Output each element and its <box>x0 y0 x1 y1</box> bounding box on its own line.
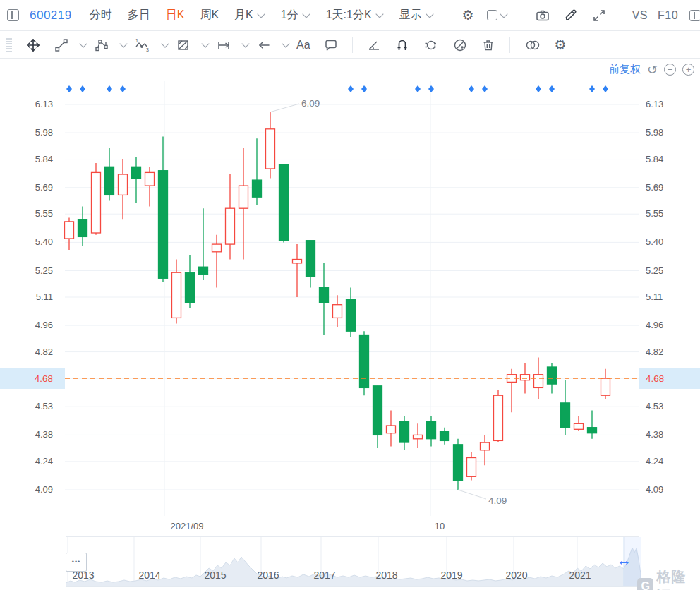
delete-drawings-icon[interactable] <box>481 37 496 53</box>
adjust-controls: 前复权 ↺ − + <box>609 63 694 76</box>
vs-button[interactable]: VS <box>632 9 648 22</box>
magnet-tool-icon[interactable] <box>394 37 410 53</box>
navigator-more-button[interactable]: ••• <box>66 553 87 572</box>
candle <box>65 218 74 251</box>
measure-tool-icon[interactable] <box>216 37 231 53</box>
y-tick-label: 4.96 <box>0 319 53 332</box>
trendline-tool-icon[interactable] <box>54 37 69 53</box>
event-marker-icon[interactable] <box>549 85 555 92</box>
undo-icon[interactable]: ↺ <box>647 64 658 76</box>
period-tab-日K[interactable]: 日K <box>166 8 185 23</box>
y-tick-label: 5.84 <box>0 153 53 166</box>
candle <box>494 390 503 442</box>
candle <box>588 411 597 439</box>
path-tool-icon[interactable] <box>94 37 109 53</box>
period-tab-分时[interactable]: 分时 <box>90 8 112 23</box>
zoom-in-icon[interactable]: + <box>682 64 694 76</box>
event-marker-icon[interactable] <box>428 85 434 92</box>
candle <box>333 295 342 327</box>
y-tick-label: 4.53 <box>0 400 53 413</box>
event-marker-icon[interactable] <box>80 85 85 92</box>
current-price-label: 4.68 <box>639 368 700 389</box>
candle <box>440 428 449 445</box>
event-marker-icon[interactable] <box>415 85 421 92</box>
y-tick-label: 4.24 <box>646 455 688 468</box>
panel-toggle-icon[interactable] <box>689 10 700 21</box>
event-marker-icon[interactable] <box>469 85 474 92</box>
f10-button[interactable]: F10 <box>658 9 678 22</box>
y-tick-label: 4.82 <box>0 346 53 359</box>
hide-drawings-icon[interactable] <box>452 37 468 53</box>
elliott-wave-tool-icon[interactable]: 13 <box>134 37 151 53</box>
candle <box>105 148 114 201</box>
annotation-line <box>270 104 299 112</box>
navigator-resize-handle[interactable]: ↔ <box>617 552 632 569</box>
period-tab-月K[interactable]: 月K <box>234 8 265 23</box>
candle <box>507 369 517 413</box>
pattern-tool-icon[interactable] <box>176 37 191 53</box>
forward-adjust-button[interactable]: 前复权 <box>609 63 641 76</box>
comment-tool-icon[interactable] <box>323 37 339 53</box>
candle <box>78 207 88 246</box>
angle-tool-icon[interactable] <box>366 37 382 53</box>
chevron-down-icon[interactable] <box>282 40 289 47</box>
divider <box>352 37 353 53</box>
pencil-icon[interactable] <box>563 8 579 23</box>
layout-select[interactable] <box>487 10 508 20</box>
event-marker-icon[interactable] <box>66 85 72 92</box>
event-marker-icon[interactable] <box>603 85 608 92</box>
navigator-year-label: 2020 <box>495 570 538 581</box>
y-tick-label: 5.11 <box>0 291 53 303</box>
y-tick-label: 4.96 <box>646 319 688 332</box>
navigator-year-label: 2018 <box>366 570 408 581</box>
object-tree-icon[interactable] <box>524 37 542 53</box>
drag-handle-icon[interactable] <box>6 38 12 52</box>
y-tick-label: 5.98 <box>0 126 53 139</box>
fullscreen-icon[interactable] <box>591 8 607 23</box>
chevron-down-icon <box>302 10 310 18</box>
candle <box>574 416 584 431</box>
event-marker-icon[interactable] <box>589 85 595 92</box>
text-tool[interactable]: Aa <box>296 39 310 52</box>
chevron-down-icon <box>375 10 383 18</box>
chart-layout-icon[interactable] <box>7 9 19 21</box>
event-marker-icon[interactable] <box>348 85 354 92</box>
symbol-code[interactable]: 600219 <box>30 8 72 23</box>
camera-icon[interactable] <box>535 8 550 23</box>
period-tab-多日[interactable]: 多日 <box>128 8 150 23</box>
event-marker-icon[interactable] <box>482 85 488 92</box>
event-marker-icon[interactable] <box>361 85 367 92</box>
arrow-tool-icon[interactable] <box>256 37 272 53</box>
drawing-settings-gear-icon[interactable]: ⚙ <box>555 38 567 52</box>
y-tick-label: 5.98 <box>646 126 688 139</box>
chevron-down-icon[interactable] <box>201 40 209 47</box>
event-marker-icon[interactable] <box>107 85 112 92</box>
chevron-down-icon[interactable] <box>119 40 127 47</box>
move-tool-icon[interactable] <box>25 37 41 53</box>
candle <box>145 167 155 206</box>
candle <box>226 174 235 260</box>
period-tab-周K[interactable]: 周K <box>200 8 219 23</box>
event-marker-icon[interactable] <box>120 85 126 92</box>
period-tabs: 分时多日日K周K月K1分 <box>82 8 318 23</box>
candle <box>346 288 356 337</box>
interval-select[interactable]: 1天:1分K <box>326 8 384 23</box>
settings-gear-icon[interactable]: ⚙ <box>462 8 474 22</box>
period-tab-1分[interactable]: 1分 <box>281 8 310 23</box>
display-label: 显示 <box>399 8 422 23</box>
chevron-down-icon <box>426 10 433 18</box>
y-tick-label: 4.09 <box>0 483 53 496</box>
zoom-out-icon[interactable]: − <box>664 64 676 76</box>
stay-in-drawing-mode-icon[interactable] <box>423 37 440 53</box>
event-marker-icon[interactable] <box>536 85 541 92</box>
chevron-down-icon[interactable] <box>161 40 169 47</box>
gelonghui-watermark: G 格隆汇 <box>637 567 700 590</box>
navigator-year-label: 2017 <box>303 570 346 581</box>
y-tick-label: 6.13 <box>0 98 53 111</box>
display-select[interactable]: 显示 <box>399 8 434 23</box>
drawing-toolbar: 13 Aa <box>0 32 700 59</box>
candlestick-chart[interactable]: 6.094.09 <box>0 59 700 536</box>
candle <box>454 439 463 490</box>
chevron-down-icon[interactable] <box>79 40 87 47</box>
chevron-down-icon[interactable] <box>241 40 249 47</box>
